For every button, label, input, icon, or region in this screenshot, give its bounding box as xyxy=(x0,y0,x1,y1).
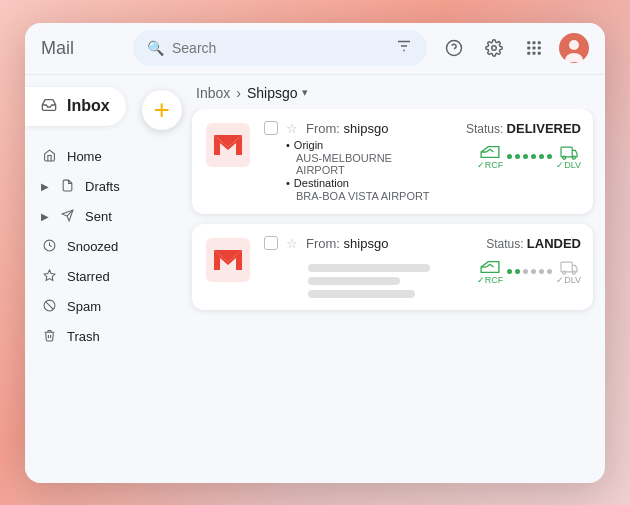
sidebar-item-trash[interactable]: Trash xyxy=(25,322,172,352)
search-input[interactable] xyxy=(172,40,387,56)
spam-label: Spam xyxy=(67,299,101,314)
breadcrumb: Inbox › Shipsgo ▾ xyxy=(180,75,605,109)
home-label: Home xyxy=(67,149,102,164)
svg-rect-10 xyxy=(533,47,536,50)
sent-label: Sent xyxy=(85,209,112,224)
inbox-label-text: Inbox xyxy=(67,97,110,115)
rcf-label-1: ✓RCF xyxy=(477,160,504,170)
email-header-2: ☆ From: shipsgo xyxy=(264,236,439,251)
sidebar-item-spam[interactable]: Spam xyxy=(25,292,172,322)
dot2-5 xyxy=(539,269,544,274)
drafts-icon xyxy=(59,179,75,195)
mail-window: Mail 🔍 xyxy=(25,23,605,483)
email-list: ☆ From: shipsgo • Origin AUS-MELBOU xyxy=(180,109,605,322)
origin-value: AUS-MELBOURNE AIRPORT xyxy=(296,152,439,176)
dot2 xyxy=(515,154,520,159)
snoozed-label: Snoozed xyxy=(67,239,118,254)
email-item-1[interactable]: ☆ From: shipsgo • Origin AUS-MELBOU xyxy=(192,109,593,214)
email-from-1: From: shipsgo xyxy=(306,121,388,136)
svg-rect-7 xyxy=(533,41,536,44)
filter-icon[interactable] xyxy=(395,37,413,59)
trash-icon xyxy=(41,329,57,345)
help-button[interactable] xyxy=(439,33,469,63)
dlv-label-1: ✓DLV xyxy=(556,160,581,170)
email-content: Inbox › Shipsgo ▾ xyxy=(180,75,605,483)
svg-point-31 xyxy=(572,271,575,274)
origin-label: Origin xyxy=(294,139,323,151)
logo-area: Mail xyxy=(41,38,121,59)
dot2-3 xyxy=(523,269,528,274)
svg-rect-8 xyxy=(538,41,541,44)
email-body-1: ☆ From: shipsgo • Origin AUS-MELBOU xyxy=(264,121,439,202)
svg-line-23 xyxy=(45,301,53,309)
topbar: Mail 🔍 xyxy=(25,23,605,75)
app-title: Mail xyxy=(41,38,74,59)
breadcrumb-current[interactable]: Shipsgo ▾ xyxy=(247,85,308,101)
svg-marker-21 xyxy=(44,270,55,280)
apps-button[interactable] xyxy=(519,33,549,63)
svg-point-16 xyxy=(569,40,579,50)
starred-label: Starred xyxy=(67,269,110,284)
search-icon: 🔍 xyxy=(147,40,164,56)
svg-rect-14 xyxy=(538,52,541,55)
breadcrumb-dropdown-icon: ▾ xyxy=(302,86,308,99)
status-text-2: Status: LANDED xyxy=(486,236,581,251)
svg-rect-6 xyxy=(527,41,530,44)
breadcrumb-parent: Inbox xyxy=(196,85,230,101)
drafts-dot: ▶ xyxy=(41,181,49,192)
dot2-1 xyxy=(507,269,512,274)
svg-point-30 xyxy=(562,271,565,274)
sidebar-item-sent[interactable]: ▶ Sent xyxy=(25,202,172,232)
dot5 xyxy=(539,154,544,159)
rcf-label-2: ✓RCF xyxy=(477,275,504,285)
settings-button[interactable] xyxy=(479,33,509,63)
home-icon xyxy=(41,149,57,165)
compose-plus-icon: + xyxy=(153,96,169,124)
breadcrumb-separator: › xyxy=(236,85,241,101)
compose-button[interactable]: + xyxy=(142,90,182,130)
dlv-label-2: ✓DLV xyxy=(556,275,581,285)
tracking-row-2: ✓RCF xyxy=(477,259,581,285)
email-status-1: Status: DELIVERED ✓RCF xyxy=(451,121,581,202)
starred-icon xyxy=(41,269,57,285)
sidebar-item-drafts[interactable]: ▶ Drafts xyxy=(25,172,172,202)
sidebar-item-home[interactable]: Home xyxy=(25,142,172,172)
dot3 xyxy=(523,154,528,159)
track-dots-2 xyxy=(507,269,552,274)
search-bar[interactable]: 🔍 xyxy=(133,30,427,66)
placeholder-lines-2 xyxy=(286,260,439,298)
status-text-1: Status: DELIVERED xyxy=(466,121,581,136)
email-checkbox-2[interactable] xyxy=(264,236,278,250)
email-from-2: From: shipsgo xyxy=(306,236,388,251)
svg-rect-25 xyxy=(561,147,572,157)
email-checkbox-1[interactable] xyxy=(264,121,278,135)
sent-dot: ▶ xyxy=(41,211,49,222)
svg-point-26 xyxy=(562,156,565,159)
avatar[interactable] xyxy=(559,33,589,63)
email-item-2[interactable]: ☆ From: shipsgo Stat xyxy=(192,224,593,310)
svg-rect-11 xyxy=(538,47,541,50)
main-content: Inbox + Home ▶ xyxy=(25,75,605,483)
email-header-1: ☆ From: shipsgo xyxy=(264,121,439,136)
svg-point-27 xyxy=(572,156,575,159)
email-logo-1 xyxy=(204,121,252,169)
sent-icon xyxy=(59,209,75,225)
email-star-1[interactable]: ☆ xyxy=(286,121,298,136)
svg-rect-29 xyxy=(561,262,572,272)
svg-point-5 xyxy=(492,46,497,51)
email-star-2[interactable]: ☆ xyxy=(286,236,298,251)
svg-rect-12 xyxy=(527,52,530,55)
dot2-2 xyxy=(515,269,520,274)
dot6 xyxy=(547,154,552,159)
dot1 xyxy=(507,154,512,159)
email-details-1: • Origin AUS-MELBOURNE AIRPORT • Destina… xyxy=(286,139,439,202)
dest-label: Destination xyxy=(294,177,349,189)
dest-bullet: • xyxy=(286,177,290,189)
sidebar-item-snoozed[interactable]: Snoozed xyxy=(25,232,172,262)
dlv-indicator-2: ✓DLV xyxy=(556,259,581,285)
topbar-icons xyxy=(439,33,589,63)
dot2-4 xyxy=(531,269,536,274)
sidebar-item-starred[interactable]: Starred xyxy=(25,262,172,292)
trash-label: Trash xyxy=(67,329,100,344)
sidebar-item-inbox[interactable]: Inbox xyxy=(25,87,126,126)
